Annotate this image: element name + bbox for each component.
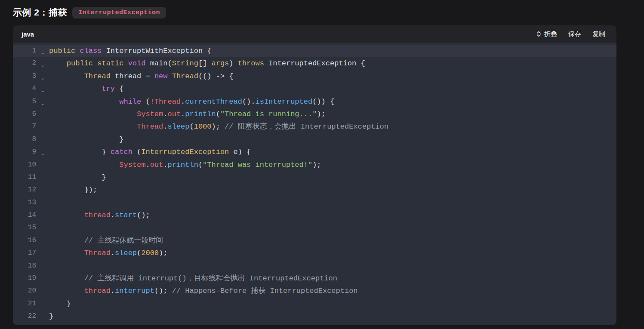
line-gutter: 16 (13, 234, 49, 247)
save-button-label: 保存 (568, 30, 581, 38)
line-gutter: 7 (13, 120, 49, 133)
code-line: 18 (13, 260, 616, 272)
fold-chevron-icon[interactable]: ⌄ (36, 97, 49, 110)
line-number: 6 (13, 108, 36, 120)
line-number: 10 (13, 159, 36, 171)
page: 示例 2：捕获 InterruptedException java 折叠 保存 (0, 0, 644, 329)
line-gutter: 12 (13, 184, 49, 196)
line-gutter: 13 (13, 197, 49, 209)
line-gutter: 9⌄ (13, 146, 49, 158)
collapse-button-label: 折叠 (544, 30, 557, 38)
line-gutter: 4⌄ (13, 83, 49, 95)
line-number: 5 (13, 95, 36, 108)
line-number: 1 (13, 45, 36, 57)
line-number: 8 (13, 133, 36, 146)
code-text: while (!Thread.currentThread().isInterru… (49, 95, 334, 108)
line-number: 9 (13, 146, 36, 158)
code-line: 9⌄ } catch (InterruptedException e) { (13, 146, 616, 158)
code-line: 2⌄ public static void main(String[] args… (13, 57, 616, 70)
code-text: Thread thread = new Thread(() -> { (49, 70, 234, 83)
collapse-chevrons-icon (536, 31, 541, 37)
fold-chevron-icon[interactable]: ⌄ (36, 148, 49, 160)
line-number: 21 (13, 298, 36, 310)
code-text: Thread.sleep(2000); (49, 247, 167, 259)
code-line: 1⌄public class InterruptWithException { (13, 45, 616, 57)
line-number: 3 (13, 70, 36, 83)
code-line: 16 // 主线程休眠一段时间 (13, 234, 616, 247)
line-number: 11 (13, 171, 36, 184)
line-gutter: 3⌄ (13, 70, 49, 83)
line-gutter: 21 (13, 298, 49, 310)
page-title: 示例 2：捕获 (13, 6, 67, 18)
line-gutter: 14 (13, 209, 49, 221)
code-line: 10 System.out.println("Thread was interr… (13, 159, 616, 171)
line-number: 19 (13, 272, 36, 285)
fold-chevron-icon[interactable]: ⌄ (36, 46, 49, 59)
code-text: Thread.sleep(1000); // 阻塞状态，会抛出 Interrup… (49, 120, 388, 133)
section-heading: 示例 2：捕获 InterruptedException (13, 5, 644, 20)
code-line: 15 (13, 221, 616, 234)
line-gutter: 17 (13, 247, 49, 259)
line-number: 17 (13, 247, 36, 259)
fold-chevron-icon[interactable]: ⌄ (36, 59, 49, 71)
code-area[interactable]: 1⌄public class InterruptWithException {2… (13, 43, 616, 325)
code-line: 8 } (13, 133, 616, 146)
line-gutter: 2⌄ (13, 57, 49, 70)
code-line: 22} (13, 310, 616, 323)
code-line: 4⌄ try { (13, 83, 616, 95)
code-toolbar: 折叠 保存 复制 (536, 30, 605, 38)
code-line: 19 // 主线程调用 interrupt()，目标线程会抛出 Interrup… (13, 272, 616, 285)
line-gutter: 19 (13, 272, 49, 285)
code-text: thread.start(); (49, 209, 150, 221)
code-text: } catch (InterruptedException e) { (49, 146, 251, 158)
line-number: 18 (13, 260, 36, 272)
copy-button-label: 复制 (592, 30, 605, 38)
code-line: 6 System.out.println("Thread is running.… (13, 108, 616, 120)
code-language-label: java (22, 31, 34, 38)
line-gutter: 10 (13, 159, 49, 171)
code-text: } (49, 310, 53, 323)
code-line: 3⌄ Thread thread = new Thread(() -> { (13, 70, 616, 83)
code-line: 20 thread.interrupt(); // Happens-Before… (13, 285, 616, 297)
code-line: 12 }); (13, 184, 616, 196)
fold-chevron-icon[interactable]: ⌄ (36, 72, 49, 84)
code-text: } (49, 298, 71, 310)
code-line: 5⌄ while (!Thread.currentThread().isInte… (13, 95, 616, 108)
code-line: 21 } (13, 298, 616, 310)
copy-button[interactable]: 复制 (592, 30, 605, 38)
line-gutter: 6 (13, 108, 49, 120)
fold-chevron-icon[interactable]: ⌄ (36, 84, 49, 97)
line-gutter: 8 (13, 133, 49, 146)
line-gutter: 18 (13, 260, 49, 272)
code-text: System.out.println("Thread was interrupt… (49, 159, 321, 171)
line-number: 20 (13, 285, 36, 297)
code-text: }); (49, 184, 97, 196)
code-line: 13 (13, 197, 616, 209)
line-number: 16 (13, 234, 36, 247)
code-line: 11 } (13, 171, 616, 184)
line-gutter: 1⌄ (13, 45, 49, 57)
line-gutter: 20 (13, 285, 49, 297)
code-text: // 主线程休眠一段时间 (49, 234, 163, 247)
collapse-button[interactable]: 折叠 (536, 30, 557, 38)
code-text: public static void main(String[] args) t… (49, 57, 365, 70)
line-number: 2 (13, 57, 36, 70)
line-number: 13 (13, 197, 36, 209)
line-number: 22 (13, 310, 36, 323)
code-text: System.out.println("Thread is running...… (49, 108, 326, 120)
code-text: } (49, 171, 106, 184)
code-text: // 主线程调用 interrupt()，目标线程会抛出 Interrupted… (49, 272, 337, 285)
line-gutter: 11 (13, 171, 49, 184)
code-block-header: java 折叠 保存 复制 (13, 25, 616, 43)
code-line: 7 Thread.sleep(1000); // 阻塞状态，会抛出 Interr… (13, 120, 616, 133)
code-text: try { (49, 83, 123, 95)
line-number: 15 (13, 221, 36, 234)
code-block-card: java 折叠 保存 复制 1 (13, 25, 616, 325)
line-number: 4 (13, 83, 36, 95)
save-button[interactable]: 保存 (568, 30, 581, 38)
code-text: thread.interrupt(); // Happens-Before 捕获… (49, 285, 358, 297)
line-number: 12 (13, 184, 36, 196)
line-gutter: 15 (13, 221, 49, 234)
line-number: 14 (13, 209, 36, 221)
inline-code-badge: InterruptedException (72, 7, 166, 18)
